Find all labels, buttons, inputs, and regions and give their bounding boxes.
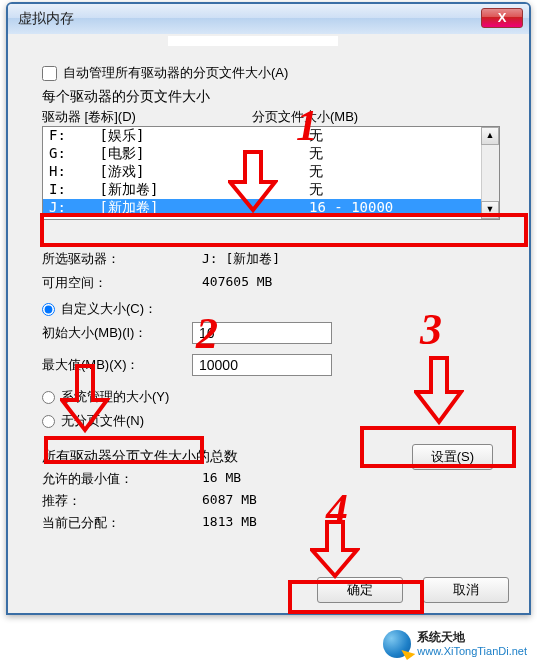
screenshot-gap (168, 36, 338, 46)
paging-column-header: 分页文件大小(MB) (252, 108, 358, 126)
initial-size-label: 初始大小(MB)(I)： (42, 324, 192, 342)
close-button[interactable]: X (481, 8, 523, 28)
system-managed-radio[interactable] (42, 391, 55, 404)
free-space-value: 407605 MB (202, 274, 272, 292)
ok-button[interactable]: 确定 (317, 577, 403, 603)
window-title: 虚拟内存 (14, 10, 74, 28)
drive-listbox[interactable]: F: [娱乐] 无 G: [电影] 无 H: [游戏] 无 I: [新加卷] 无… (42, 126, 500, 220)
globe-icon (383, 630, 411, 658)
auto-manage-checkbox[interactable] (42, 66, 57, 81)
no-paging-radio[interactable] (42, 415, 55, 428)
auto-manage-label: 自动管理所有驱动器的分页文件大小(A) (63, 64, 288, 82)
initial-size-input[interactable] (192, 322, 332, 344)
custom-size-radio[interactable] (42, 303, 55, 316)
no-paging-label: 无分页文件(N) (61, 412, 144, 430)
scrollbar[interactable]: ▲ ▼ (481, 127, 499, 219)
recommended-label: 推荐： (42, 492, 202, 510)
list-item[interactable]: F: [娱乐] 无 (43, 127, 499, 145)
set-button[interactable]: 设置(S) (412, 444, 493, 470)
min-allowed-value: 16 MB (202, 470, 241, 488)
free-space-label: 可用空间： (42, 274, 202, 292)
allocated-label: 当前已分配： (42, 514, 202, 532)
list-item[interactable]: H: [游戏] 无 (43, 163, 499, 181)
scroll-down-icon[interactable]: ▼ (481, 201, 499, 219)
scroll-up-icon[interactable]: ▲ (481, 127, 499, 145)
min-allowed-label: 允许的最小值： (42, 470, 202, 488)
list-item[interactable]: G: [电影] 无 (43, 145, 499, 163)
max-size-label: 最大值(MB)(X)： (42, 356, 192, 374)
list-item-selected[interactable]: J: [新加卷] 16 - 10000 (43, 199, 499, 217)
cancel-button[interactable]: 取消 (423, 577, 509, 603)
custom-size-label: 自定义大小(C)： (61, 300, 157, 318)
drive-column-header: 驱动器 [卷标](D) (42, 108, 252, 126)
max-size-input[interactable] (192, 354, 332, 376)
per-drive-heading: 每个驱动器的分页文件大小 (42, 88, 509, 106)
selected-drive-value: J: [新加卷] (202, 250, 280, 268)
allocated-value: 1813 MB (202, 514, 257, 532)
watermark-title: 系统天地 (417, 631, 527, 644)
watermark: 系统天地 www.XiTongTianDi.net (383, 630, 527, 658)
virtual-memory-dialog: 虚拟内存 X 自动管理所有驱动器的分页文件大小(A) 每个驱动器的分页文件大小 … (6, 2, 531, 615)
selected-drive-label: 所选驱动器： (42, 250, 202, 268)
watermark-url: www.XiTongTianDi.net (417, 645, 527, 657)
system-managed-label: 系统管理的大小(Y) (61, 388, 169, 406)
list-item[interactable]: I: [新加卷] 无 (43, 181, 499, 199)
recommended-value: 6087 MB (202, 492, 257, 510)
titlebar: 虚拟内存 X (8, 4, 529, 34)
